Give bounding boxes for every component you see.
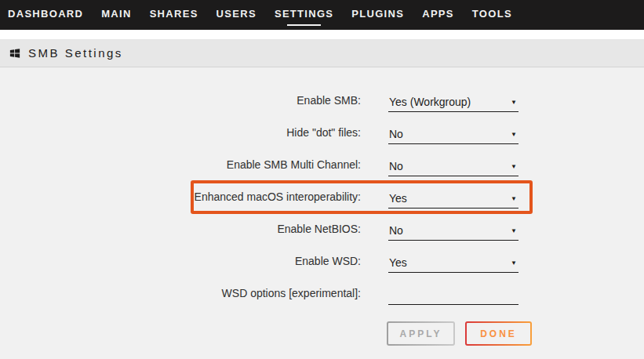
form-row-enable-netbios: Enable NetBIOS: No ▼	[0, 209, 644, 241]
field-label: WSD options [experimental]:	[0, 287, 361, 305]
form-row-enable-wsd: Enable WSD: Yes ▼	[0, 241, 644, 273]
caret-down-icon: ▼	[511, 161, 517, 172]
nav-item-plugins[interactable]: PLUGINS	[351, 3, 404, 27]
nav-content-divider	[0, 30, 644, 39]
nav-item-main[interactable]: MAIN	[101, 3, 131, 27]
wsd-options-input[interactable]	[388, 285, 518, 305]
caret-down-icon: ▼	[511, 258, 517, 269]
form-row-enable-smb: Enable SMB: Yes (Workgroup) ▼	[0, 80, 644, 112]
nav-item-users[interactable]: USERS	[216, 3, 257, 27]
form-row-enhanced-macos: Enhanced macOS interoperability: Yes ▼	[0, 176, 644, 209]
enable-netbios-select[interactable]: No ▼	[388, 224, 518, 241]
selected-value: Yes	[389, 256, 407, 269]
form-row-smb-multi-channel: Enable SMB Multi Channel: No ▼	[0, 144, 644, 176]
nav-item-settings[interactable]: SETTINGS	[275, 3, 333, 27]
nav-item-tools[interactable]: TOOLS	[472, 3, 512, 27]
form-buttons: APPLY DONE	[0, 321, 532, 346]
selected-value: Yes (Workgroup)	[389, 96, 471, 108]
field-label: Enhanced macOS interoperability:	[0, 190, 361, 209]
form-row-hide-dot-files: Hide "dot" files: No ▼	[0, 112, 644, 144]
nav-item-shares[interactable]: SHARES	[150, 3, 198, 27]
selected-value: No	[389, 160, 403, 172]
smb-settings-form: Enable SMB: Yes (Workgroup) ▼ Hide "dot"…	[0, 67, 644, 346]
caret-down-icon: ▼	[511, 194, 517, 205]
enhanced-macos-select[interactable]: Yes ▼	[388, 192, 518, 209]
selected-value: No	[389, 224, 403, 237]
enable-smb-select[interactable]: Yes (Workgroup) ▼	[388, 96, 518, 112]
windows-logo-icon	[9, 48, 20, 59]
enable-wsd-select[interactable]: Yes ▼	[388, 256, 518, 273]
apply-button[interactable]: APPLY	[387, 321, 455, 346]
caret-down-icon: ▼	[511, 129, 517, 140]
field-label: Enable SMB:	[0, 94, 361, 112]
page-title: SMB Settings	[28, 46, 123, 60]
selected-value: No	[389, 128, 403, 140]
field-label: Enable NetBIOS:	[0, 223, 361, 241]
nav-item-dashboard[interactable]: DASHBOARD	[8, 3, 83, 27]
done-button[interactable]: DONE	[465, 321, 532, 346]
smb-multi-channel-select[interactable]: No ▼	[388, 160, 518, 176]
field-label: Enable WSD:	[0, 255, 361, 273]
nav-item-apps[interactable]: APPS	[422, 3, 454, 27]
top-nav: DASHBOARD MAIN SHARES USERS SETTINGS PLU…	[0, 0, 644, 30]
field-label: Enable SMB Multi Channel:	[0, 158, 361, 176]
page-title-bar: SMB Settings	[0, 39, 644, 67]
selected-value: Yes	[389, 192, 407, 205]
caret-down-icon: ▼	[511, 97, 517, 108]
caret-down-icon: ▼	[511, 226, 517, 237]
field-label: Hide "dot" files:	[0, 126, 361, 144]
hide-dot-files-select[interactable]: No ▼	[388, 128, 518, 144]
form-row-wsd-options: WSD options [experimental]:	[0, 273, 644, 305]
